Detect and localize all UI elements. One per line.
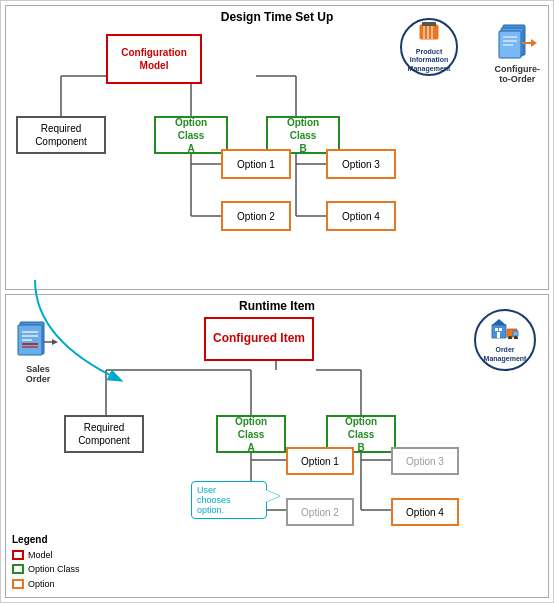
svg-marker-27 [531,39,537,47]
legend-item-model: Model [12,548,80,562]
option-class-a-node-top: Option Class A [154,116,228,154]
order-mgmt-circle: Order Management [474,309,536,371]
svg-marker-51 [52,339,58,345]
top-section: Design Time Set Up [5,5,549,290]
option3-node-bottom: Option 3 [391,447,459,475]
order-mgmt-icon [491,317,519,344]
option4-node-bottom: Option 4 [391,498,459,526]
option1-node-bottom: Option 1 [286,447,354,475]
svg-marker-62 [266,490,280,502]
svg-rect-57 [513,331,518,336]
legend-box-model [12,550,24,560]
legend-box-option [12,579,24,589]
legend: Legend Model Option Class Option [12,532,80,591]
option4-node-top: Option 4 [326,201,396,231]
svg-rect-19 [422,22,436,26]
main-container: Design Time Set Up [0,0,554,603]
svg-rect-15 [420,25,438,39]
bottom-section: Runtime Item [5,294,549,598]
legend-box-option-class [12,564,24,574]
option2-node-top: Option 2 [221,201,291,231]
config-model-node: Configuration Model [106,34,202,84]
legend-item-option: Option [12,577,80,591]
bottom-section-title: Runtime Item [6,299,548,313]
legend-item-option-class: Option Class [12,562,80,576]
legend-title: Legend [12,532,80,548]
pim-circle: Product Information Management [400,18,458,76]
cto-icon: Configure- to-Order [495,22,541,84]
required-component-node-top: Required Component [16,116,106,154]
configured-item-node: Configured Item [204,317,314,361]
option-class-a-node-bottom: Option Class A [216,415,286,453]
sales-order-icon: Sales Order [16,320,60,384]
svg-rect-55 [497,332,500,338]
svg-rect-53 [495,328,498,331]
option3-node-top: Option 3 [326,149,396,179]
option2-node-bottom: Option 2 [286,498,354,526]
svg-marker-60 [492,319,506,325]
option1-node-top: Option 1 [221,149,291,179]
svg-rect-54 [499,328,502,331]
callout-bubble: User chooses option. [191,481,267,519]
top-section-title: Design Time Set Up [6,10,548,24]
pim-icon [418,21,440,46]
required-component-node-bottom: Required Component [64,415,144,453]
